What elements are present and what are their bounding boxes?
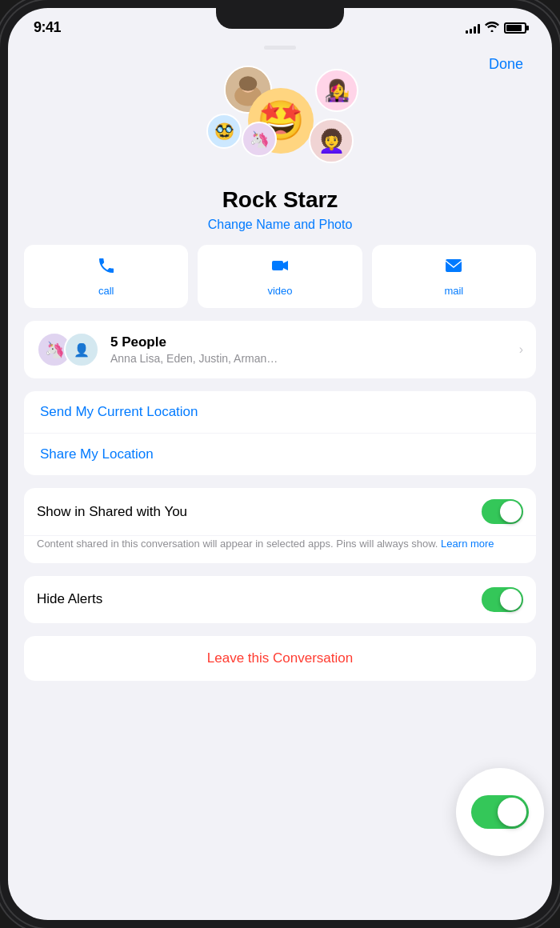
people-chevron-icon: › [519,342,523,357]
mail-icon [444,256,463,280]
people-names: Anna Lisa, Eden, Justin, Arman… [110,352,519,365]
signal-bar-2 [470,29,472,34]
signal-bar-1 [466,30,468,34]
leave-conversation-button[interactable]: Leave this Conversation [24,636,536,681]
group-name: Rock Starz [222,187,338,213]
call-label: call [98,285,114,297]
status-bar: 9:41 [8,8,552,42]
svg-rect-4 [272,261,283,270]
shared-with-you-toggle[interactable] [482,499,523,524]
hide-alerts-toggle[interactable] [482,587,523,612]
avatar-bottom-right: 👩‍🦱 [309,118,354,163]
signal-bars-icon [466,22,480,34]
hide-alerts-label: Hide Alerts [37,591,482,607]
done-button[interactable]: Done [489,56,523,73]
avatar-right: 👩‍🎤 [315,69,358,112]
change-name-photo-link[interactable]: Change Name and Photo [208,218,353,232]
battery-icon [504,22,526,34]
status-icons [466,21,526,34]
learn-more-link[interactable]: Learn more [441,538,494,550]
share-location-button[interactable]: Share My Location [24,434,536,475]
share-location-label: Share My Location [40,446,154,462]
video-button[interactable]: video [198,245,362,308]
screen: 9:41 [8,8,552,920]
hide-alerts-card: Hide Alerts [24,576,536,623]
location-card: Send My Current Location Share My Locati… [24,391,536,475]
people-card: 🦄 👤 5 People Anna Lisa, Eden, Justin, Ar… [24,321,536,378]
svg-point-3 [239,76,257,91]
svg-rect-5 [446,259,462,272]
people-count: 5 People [110,334,519,350]
person-avatar-2: 👤 [64,332,99,367]
hide-alerts-thumb [500,589,522,610]
send-location-button[interactable]: Send My Current Location [24,391,536,434]
signal-bar-4 [478,24,480,34]
people-row[interactable]: 🦄 👤 5 People Anna Lisa, Eden, Justin, Ar… [24,321,536,378]
big-toggle-overlay [456,768,544,856]
big-toggle[interactable] [471,795,529,829]
video-icon [270,256,290,280]
people-avatars: 🦄 👤 [37,332,99,367]
toggle-thumb [500,501,522,522]
screen-inner: 9:41 [8,8,552,920]
mail-label: mail [444,285,463,297]
send-location-label: Send My Current Location [40,404,198,419]
shared-with-you-label: Show in Shared with You [37,504,482,520]
call-button[interactable]: call [24,245,188,308]
phone-frame: 9:41 [0,0,560,928]
avatar-mid-left2: 🦄 [242,122,277,157]
video-label: video [267,285,292,297]
people-info: 5 People Anna Lisa, Eden, Justin, Arman… [110,334,519,365]
shared-description: Content shared in this conversation will… [24,536,536,563]
mail-button[interactable]: mail [372,245,536,308]
leave-conversation-card: Leave this Conversation [24,636,536,681]
shared-with-you-card: Show in Shared with You Content shared i… [24,488,536,563]
big-toggle-thumb [498,798,526,826]
call-icon [97,256,116,280]
signal-bar-3 [474,26,476,34]
hide-alerts-row: Hide Alerts [24,576,536,623]
group-header: 🤩 🥸 🦄 👩‍🎤 👩‍🦱 Rock Starz Change Name and… [24,50,536,245]
status-time: 9:41 [34,19,61,36]
avatar-mid-left: 🥸 [206,114,242,149]
action-buttons-row: call video [24,245,536,308]
content-scroll: 🤩 🥸 🦄 👩‍🎤 👩‍🦱 Rock Starz Change Name and… [8,50,552,898]
shared-with-you-row: Show in Shared with You [24,488,536,536]
battery-fill [506,25,522,31]
wifi-icon [485,21,499,34]
avatar-cluster: 🤩 🥸 🦄 👩‍🎤 👩‍🦱 [200,66,360,178]
